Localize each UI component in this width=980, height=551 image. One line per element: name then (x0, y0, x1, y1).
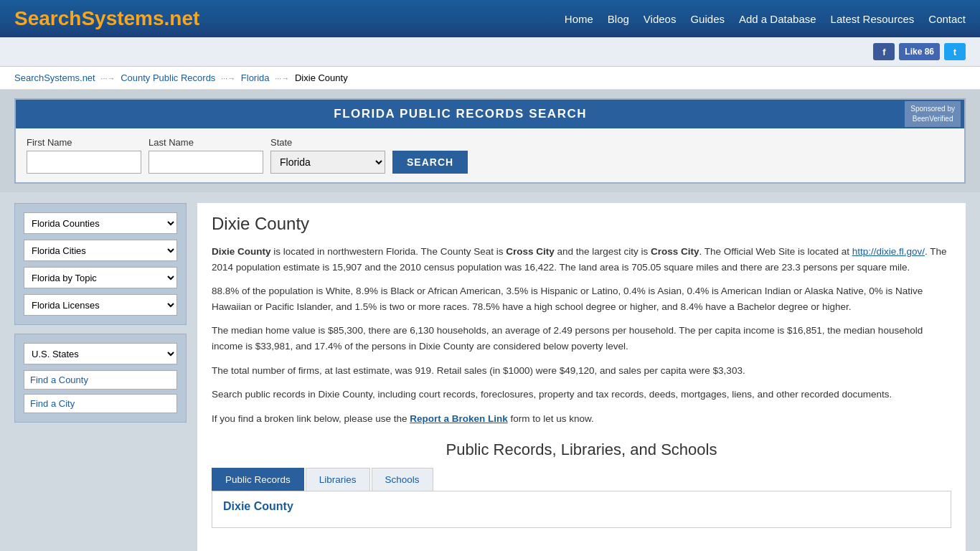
paragraph-1: Dixie County is located in northwestern … (212, 244, 951, 275)
last-name-input[interactable] (149, 151, 263, 174)
florida-by-topic-select[interactable]: Florida by Topic Courts Property (24, 267, 177, 288)
paragraph-2: 88.8% of the population is White, 8.9% i… (212, 283, 951, 314)
sidebar: Florida Counties Alachua County Dixie Co… (14, 203, 187, 551)
broken-link-suffix: form to let us know. (508, 413, 594, 424)
nav-blog[interactable]: Blog (608, 13, 629, 25)
breadcrumb-home[interactable]: SearchSystems.net (14, 72, 95, 83)
largest-city-bold: Cross City (651, 246, 699, 257)
facebook-like-button[interactable]: Like 86 (899, 43, 940, 60)
search-section: FLORIDA PUBLIC RECORDS SEARCH Sponsored … (14, 98, 966, 184)
sidebar-us-section: U.S. States Florida Georgia Find a Count… (14, 334, 187, 423)
nav-contact[interactable]: Contact (928, 13, 966, 25)
main-content: Florida Counties Alachua County Dixie Co… (0, 192, 980, 551)
logo-text: SearchSystems (14, 7, 164, 29)
breadcrumb-county-records[interactable]: County Public Records (121, 72, 215, 83)
last-name-group: Last Name (149, 137, 263, 174)
p1-text1: is located in northwestern Florida. The … (271, 246, 507, 257)
content-area: Dixie County Dixie County is located in … (197, 203, 966, 551)
breadcrumb-arrow-2: ···→ (221, 74, 235, 83)
tab-public-records[interactable]: Public Records (212, 468, 304, 491)
tab-libraries[interactable]: Libraries (306, 468, 370, 491)
nav-add-database[interactable]: Add a Database (739, 13, 816, 25)
tab-bar: Public Records Libraries Schools (212, 468, 951, 491)
nav-home[interactable]: Home (565, 13, 593, 25)
find-city-link[interactable]: Find a City (24, 394, 177, 413)
nav-videos[interactable]: Videos (644, 13, 677, 25)
facebook-icon[interactable]: f (873, 43, 895, 60)
county-seat-bold: Cross City (506, 246, 555, 257)
content-inner: Dixie County Dixie County is located in … (197, 203, 966, 539)
tab-content-county-title: Dixie County (223, 500, 940, 513)
us-states-select[interactable]: U.S. States Florida Georgia (24, 343, 177, 364)
sponsored-name: BeenVerified (913, 115, 953, 123)
find-county-link[interactable]: Find a County (24, 370, 177, 390)
florida-licenses-select[interactable]: Florida Licenses Business Professional (24, 294, 177, 316)
logo-net: .net (164, 7, 200, 29)
breadcrumb-arrow-3: ···→ (275, 74, 289, 83)
search-form: First Name Last Name State Florida Alaba… (16, 128, 964, 182)
state-group: State Florida Alabama Georgia (270, 137, 385, 174)
twitter-icon[interactable]: t (944, 43, 966, 60)
p1-text2: and the largest city is (555, 246, 651, 257)
breadcrumb-current: Dixie County (295, 72, 348, 83)
state-select[interactable]: Florida Alabama Georgia (270, 151, 385, 174)
paragraph-4: The total number of firms, at last estim… (212, 363, 951, 379)
breadcrumb-arrow-1: ···→ (100, 74, 115, 83)
nav-latest-resources[interactable]: Latest Resources (831, 13, 915, 25)
p1-text3: . The Official Web Site is located at (699, 246, 852, 257)
site-header: SearchSystems.net Home Blog Videos Guide… (0, 0, 980, 37)
paragraph-5: Search public records in Dixie County, i… (212, 387, 951, 402)
social-bar: f Like 86 t (0, 37, 980, 67)
county-website-link[interactable]: http://dixie.fl.gov/ (852, 246, 925, 257)
tab-schools[interactable]: Schools (372, 468, 433, 491)
search-button[interactable]: SEARCH (392, 151, 468, 174)
first-name-group: First Name (27, 137, 141, 174)
report-broken-link[interactable]: Report a Broken Link (410, 413, 508, 424)
nav-guides[interactable]: Guides (690, 13, 725, 25)
search-title-bar: FLORIDA PUBLIC RECORDS SEARCH Sponsored … (16, 100, 964, 128)
sidebar-florida-section: Florida Counties Alachua County Dixie Co… (14, 203, 187, 325)
sponsored-box: Sponsored by BeenVerified (905, 101, 961, 127)
site-logo[interactable]: SearchSystems.net (14, 7, 199, 30)
breadcrumb-florida[interactable]: Florida (241, 72, 270, 83)
first-name-label: First Name (27, 137, 141, 148)
tab-content-area: Dixie County (212, 491, 951, 528)
paragraph-3: The median home value is $85,300, there … (212, 323, 951, 354)
florida-cities-select[interactable]: Florida Cities Miami Orlando (24, 240, 177, 261)
breadcrumb: SearchSystems.net ···→ County Public Rec… (0, 67, 980, 90)
section-title: Public Records, Libraries, and Schools (212, 441, 951, 459)
search-title: FLORIDA PUBLIC RECORDS SEARCH (16, 100, 905, 128)
county-title: Dixie County (212, 214, 951, 234)
county-name-bold: Dixie County (212, 246, 271, 257)
broken-link-paragraph: If you find a broken link below, please … (212, 411, 951, 427)
sponsored-label: Sponsored by (910, 105, 955, 113)
florida-counties-select[interactable]: Florida Counties Alachua County Dixie Co… (24, 212, 177, 234)
first-name-input[interactable] (27, 151, 141, 174)
main-nav: Home Blog Videos Guides Add a Database L… (565, 13, 966, 25)
last-name-label: Last Name (149, 137, 263, 148)
broken-link-prefix: If you find a broken link below, please … (212, 413, 410, 424)
state-label: State (270, 137, 385, 148)
